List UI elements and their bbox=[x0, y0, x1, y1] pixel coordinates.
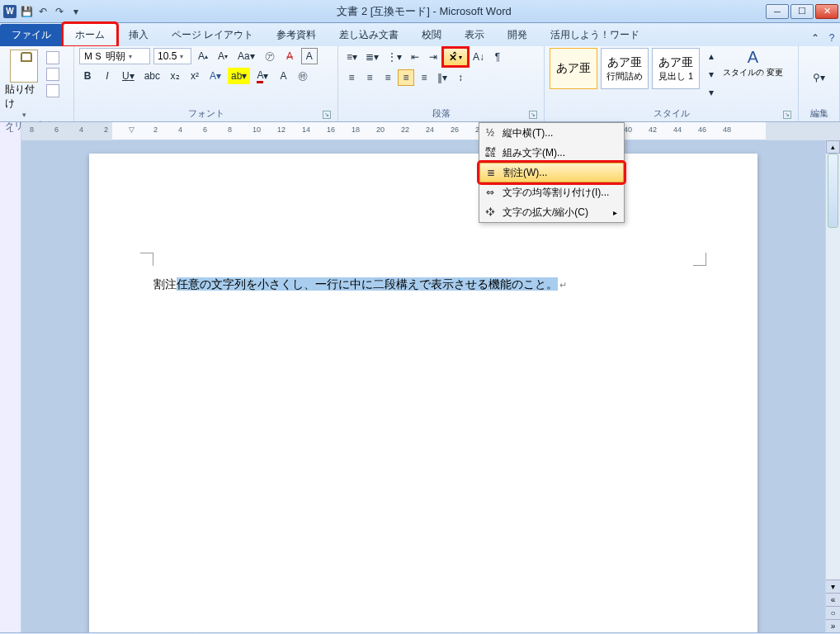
help-icon[interactable]: ? bbox=[823, 30, 840, 46]
group-paragraph: ≡▾ ≣▾ ⋮▾ ⇤ ⇥ ×̂▾ A↓ ¶ ≡ ≡ ≡ ≡ ≡ ‖▾ ↕ 段落↘ bbox=[338, 46, 545, 121]
ruler-tick: ▽ bbox=[129, 125, 134, 134]
styles-launcher-icon[interactable]: ↘ bbox=[783, 111, 791, 119]
bullets-button[interactable]: ≡▾ bbox=[343, 49, 361, 65]
tab-insert[interactable]: 挿入 bbox=[117, 24, 160, 46]
ribbon-tabs: ファイル ホーム 挿入 ページ レイアウト 参考資料 差し込み文書 校閲 表示 … bbox=[0, 23, 840, 46]
italic-button[interactable]: I bbox=[99, 68, 116, 84]
style-normal[interactable]: あア亜 bbox=[550, 48, 597, 89]
show-marks-button[interactable]: ¶ bbox=[489, 49, 506, 65]
text-direction-button[interactable]: ↕ bbox=[452, 69, 469, 86]
minimize-button[interactable]: ─ bbox=[766, 4, 789, 19]
ruler-tick: 14 bbox=[302, 125, 310, 134]
numbering-button[interactable]: ≣▾ bbox=[362, 49, 382, 65]
document-area[interactable]: 割注任意の文字列を小さくし、一行に中に二段構えで表示させる機能のこと。↵ bbox=[21, 140, 825, 632]
change-case-button[interactable]: Aa▾ bbox=[234, 48, 258, 64]
font-launcher-icon[interactable]: ↘ bbox=[323, 111, 331, 119]
paste-label: 貼り付け bbox=[5, 83, 43, 111]
workspace: 割注任意の文字列を小さくし、一行に中に二段構えで表示させる機能のこと。↵ ▴ ▾… bbox=[0, 140, 840, 632]
distribute-button[interactable]: ≡ bbox=[416, 69, 432, 86]
shrink-font-button[interactable]: A▾ bbox=[215, 48, 231, 64]
grow-font-button[interactable]: A▴ bbox=[195, 48, 211, 64]
font-name-combo[interactable]: ＭＳ 明朝▾ bbox=[79, 48, 150, 64]
sort-button[interactable]: A↓ bbox=[470, 49, 488, 65]
font-size-combo[interactable]: 10.5▾ bbox=[153, 48, 191, 64]
maximize-button[interactable]: ☐ bbox=[790, 4, 814, 19]
paste-dropdown-icon[interactable]: ▾ bbox=[22, 111, 26, 119]
asian-layout-button[interactable]: ×̂▾ bbox=[443, 48, 468, 66]
menu-kakudai[interactable]: ᠅文字の拡大/縮小(C)▸ bbox=[479, 202, 624, 222]
browse-object-icon[interactable]: ○ bbox=[826, 606, 840, 619]
tab-developer[interactable]: 開発 bbox=[496, 24, 539, 46]
align-left-button[interactable]: ≡ bbox=[343, 69, 360, 86]
tab-home[interactable]: ホーム bbox=[63, 23, 117, 46]
char-shading-button[interactable]: A bbox=[275, 68, 291, 84]
scroll-thumb[interactable] bbox=[828, 154, 838, 228]
change-styles-button[interactable]: A スタイルの 変更 bbox=[723, 48, 783, 78]
scroll-down-icon[interactable]: ▾ bbox=[826, 580, 840, 593]
ruler-left-margin[interactable] bbox=[21, 122, 112, 140]
qat-more-icon[interactable]: ▾ bbox=[69, 5, 83, 18]
font-color-button[interactable]: A▾ bbox=[253, 68, 271, 84]
close-button[interactable]: ✕ bbox=[815, 4, 838, 19]
tab-review[interactable]: 校閲 bbox=[410, 24, 453, 46]
warichu-icon: ≣ bbox=[484, 167, 498, 178]
enclose-char-button[interactable]: ㊕ bbox=[295, 68, 311, 84]
vertical-ruler[interactable] bbox=[0, 140, 21, 632]
align-right-button[interactable]: ≡ bbox=[380, 69, 396, 86]
superscript-button[interactable]: x² bbox=[186, 68, 203, 84]
ruler-tick: 18 bbox=[352, 125, 360, 134]
page[interactable]: 割注任意の文字列を小さくし、一行に中に二段構えで表示させる機能のこと。↵ bbox=[89, 154, 757, 632]
paragraph-launcher-icon[interactable]: ↘ bbox=[529, 111, 537, 119]
text-effects-button[interactable]: A▾ bbox=[206, 68, 224, 84]
browse-prev-icon[interactable]: « bbox=[826, 593, 840, 606]
menu-tatechu[interactable]: ½縦中横(T)... bbox=[479, 123, 624, 143]
clear-format-button[interactable]: A̶ bbox=[281, 48, 298, 64]
browse-next-icon[interactable]: » bbox=[826, 619, 840, 632]
kakudai-icon: ᠅ bbox=[483, 206, 498, 218]
menu-warichu[interactable]: ≣割注(W)... bbox=[479, 163, 624, 182]
justify-button[interactable]: ≡ bbox=[398, 69, 414, 86]
tab-view[interactable]: 表示 bbox=[453, 24, 496, 46]
menu-kumimoji[interactable]: ㍿組み文字(M)... bbox=[479, 143, 624, 163]
style-heading1[interactable]: あア亜見出し 1 bbox=[652, 48, 700, 89]
document-text-line[interactable]: 割注任意の文字列を小さくし、一行に中に二段構えで表示させる機能のこと。↵ bbox=[153, 277, 693, 292]
char-border-button[interactable]: A bbox=[301, 48, 318, 64]
cut-icon[interactable] bbox=[46, 51, 59, 64]
undo-icon[interactable]: ↶ bbox=[36, 5, 50, 18]
ruler-right-margin[interactable] bbox=[766, 122, 840, 140]
vertical-scrollbar[interactable]: ▴ ▾ « ○ » bbox=[825, 140, 840, 632]
styles-scroll-down-icon[interactable]: ▾ bbox=[703, 66, 720, 83]
subscript-button[interactable]: x₂ bbox=[167, 68, 183, 84]
tab-addins[interactable]: 活用しよう！ワード bbox=[539, 24, 651, 46]
scroll-up-icon[interactable]: ▴ bbox=[826, 140, 840, 154]
tab-page-layout[interactable]: ページ レイアウト bbox=[160, 24, 265, 46]
group-styles: あア亜 あア亜行間詰め あア亜見出し 1 ▴ ▾ ▾ A スタイルの 変更 スタ… bbox=[545, 46, 799, 121]
strike-button[interactable]: abc bbox=[141, 68, 163, 84]
styles-scroll-up-icon[interactable]: ▴ bbox=[703, 48, 720, 64]
multilevel-button[interactable]: ⋮▾ bbox=[384, 49, 405, 65]
paste-icon[interactable] bbox=[10, 50, 38, 83]
group-styles-label: スタイル bbox=[654, 108, 690, 118]
horizontal-ruler[interactable]: └ 8642▽246810121416182022242628303234363… bbox=[0, 122, 840, 140]
bold-button[interactable]: B bbox=[79, 68, 96, 84]
inc-indent-button[interactable]: ⇥ bbox=[425, 49, 441, 65]
phonetic-guide-button[interactable]: ㋐ bbox=[262, 48, 278, 64]
tab-file[interactable]: ファイル bbox=[0, 24, 63, 46]
dec-indent-button[interactable]: ⇤ bbox=[407, 49, 423, 65]
group-font-label: フォント bbox=[188, 108, 224, 118]
highlight-button[interactable]: ab▾ bbox=[228, 68, 250, 84]
redo-icon[interactable]: ↷ bbox=[53, 5, 66, 18]
editing-dropdown[interactable]: ⚲▾ bbox=[809, 69, 828, 86]
tab-mailings[interactable]: 差し込み文書 bbox=[328, 24, 410, 46]
copy-icon[interactable] bbox=[46, 68, 59, 81]
underline-button[interactable]: U▾ bbox=[119, 68, 138, 84]
ribbon-minimize-icon[interactable]: ⌃ bbox=[807, 30, 823, 46]
menu-kinto[interactable]: ⇔文字の均等割り付け(I)... bbox=[479, 182, 624, 202]
styles-expand-icon[interactable]: ▾ bbox=[703, 84, 720, 101]
save-icon[interactable]: 💾 bbox=[20, 5, 33, 18]
align-center-button[interactable]: ≡ bbox=[361, 69, 378, 86]
style-no-spacing[interactable]: あア亜行間詰め bbox=[601, 48, 649, 89]
format-painter-icon[interactable] bbox=[46, 84, 59, 97]
line-spacing-button[interactable]: ‖▾ bbox=[434, 69, 451, 86]
tab-references[interactable]: 参考資料 bbox=[265, 24, 328, 46]
